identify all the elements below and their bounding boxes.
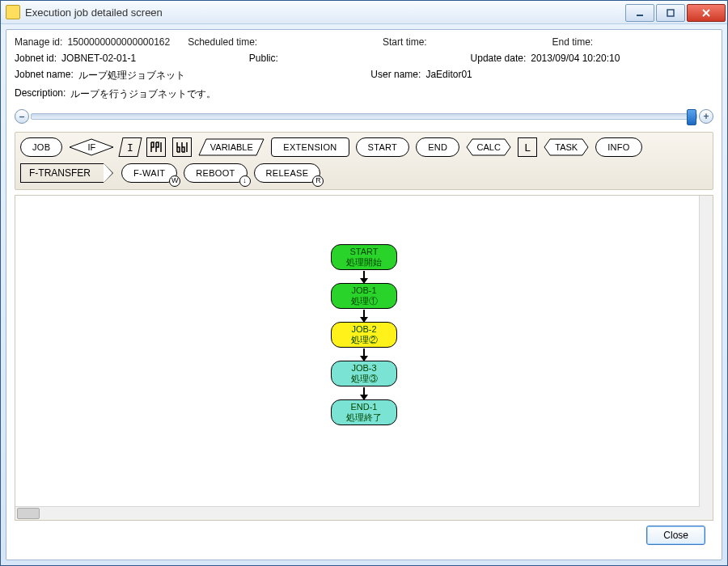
tool-calc[interactable]: CALC [466, 138, 511, 156]
zoom-slider[interactable]: – + [15, 109, 713, 124]
tool-i-icon[interactable]: I [119, 137, 142, 157]
node-job-3[interactable]: JOB-3処理③ [331, 361, 397, 386]
meta-row-2: Jobnet id: JOBNET-02-01-1 Public: Update… [15, 53, 713, 64]
close-button[interactable]: Close [646, 526, 705, 545]
value-scheduled-time [262, 36, 378, 48]
meta-row-4: Description: ループを行うジョブネットです。 [15, 87, 713, 101]
label-jobnet-name: Jobnet name: [15, 69, 74, 82]
tool-variable-label: VARIABLE [210, 142, 253, 152]
window: Execution job detailed screen Manage id:… [0, 0, 728, 566]
release-badge-icon: R [312, 175, 324, 187]
tool-if[interactable]: IF [69, 138, 114, 156]
tool-extension[interactable]: EXTENSION [271, 137, 349, 157]
tool-m1-icon[interactable] [146, 137, 166, 157]
tool-ftransfer[interactable]: F-TRANSFER [20, 163, 104, 183]
tool-calc-label: CALC [477, 142, 501, 152]
tool-ftransfer-label: F-TRANSFER [29, 167, 91, 179]
node-start[interactable]: START処理開始 [331, 244, 397, 270]
value-update-date: 2013/09/04 10:20:10 [531, 53, 713, 64]
flow-canvas[interactable]: START処理開始 JOB-1処理① JOB-2処理② JOB-3処理③ END… [15, 196, 713, 520]
flow-arrow-icon [363, 348, 365, 360]
value-jobnet-name: ループ処理ジョブネット [78, 69, 366, 82]
tool-fwait-label: F-WAIT [133, 168, 165, 178]
reboot-badge-icon: ↓ [239, 175, 251, 187]
hscroll-thumb[interactable] [17, 508, 40, 519]
label-end-time: End time: [552, 36, 594, 48]
flow-arrow-icon [363, 387, 365, 399]
window-controls [624, 4, 726, 20]
value-end-time [598, 36, 713, 48]
slider-thumb[interactable] [687, 109, 696, 125]
node-end-1[interactable]: END-1処理終了 [331, 399, 397, 425]
tool-info[interactable]: INFO [595, 137, 641, 157]
value-manage-id: 1500000000000000162 [67, 36, 183, 48]
value-public [283, 53, 466, 64]
tool-reboot-label: REBOOT [196, 168, 235, 178]
titlebar[interactable]: Execution job detailed screen [1, 1, 727, 24]
tool-if-label: IF [87, 142, 95, 152]
flow-arrow-icon [363, 271, 365, 282]
zoom-out-button[interactable]: – [15, 109, 29, 124]
tool-variable[interactable]: VARIABLE [198, 138, 265, 156]
minus-icon: – [19, 111, 25, 122]
label-start-time: Start time: [383, 36, 427, 48]
label-manage-id: Manage id: [15, 36, 62, 48]
flow-arrow-icon [363, 310, 365, 321]
horizontal-scrollbar[interactable] [15, 506, 700, 520]
tool-fwait[interactable]: F-WAIT W [121, 163, 177, 183]
app-icon [6, 5, 20, 19]
tool-end[interactable]: END [416, 137, 459, 157]
node-palette: JOB IF I VARIABLE EXTENSION START END CA… [15, 132, 713, 190]
meta-row-3: Jobnet name: ループ処理ジョブネット User name: JaEd… [15, 69, 713, 82]
tool-task-label: TASK [555, 142, 578, 152]
label-update-date: Update date: [471, 53, 527, 64]
tool-release[interactable]: RELEASE R [254, 163, 321, 183]
tool-release-label: RELEASE [266, 168, 309, 178]
tool-job[interactable]: JOB [20, 137, 62, 157]
value-start-time [432, 36, 548, 48]
tool-reboot[interactable]: REBOOT ↓ [184, 163, 247, 183]
tool-l-icon[interactable]: L [518, 137, 537, 157]
label-scheduled-time: Scheduled time: [188, 36, 257, 48]
tool-task[interactable]: TASK [544, 138, 589, 156]
slider-track[interactable] [31, 113, 697, 120]
tool-m2-icon[interactable] [172, 137, 192, 157]
plus-icon: + [703, 111, 709, 122]
label-user-name: User name: [370, 69, 421, 82]
meta-row-1: Manage id: 1500000000000000162 Scheduled… [15, 36, 713, 48]
flow-canvas-wrap: START処理開始 JOB-1処理① JOB-2処理② JOB-3処理③ END… [15, 195, 713, 521]
value-user-name: JaEditor01 [425, 69, 713, 82]
window-title: Execution job detailed screen [25, 6, 624, 19]
footer: Close [15, 521, 713, 545]
svg-rect-1 [667, 10, 674, 16]
node-job-1[interactable]: JOB-1処理① [331, 283, 397, 309]
flow-column: START処理開始 JOB-1処理① JOB-2処理② JOB-3処理③ END… [331, 244, 397, 425]
fwait-badge-icon: W [169, 175, 180, 187]
minimize-button[interactable] [625, 4, 654, 22]
label-public: Public: [249, 53, 278, 64]
value-description: ループを行うジョブネットです。 [70, 87, 387, 101]
label-jobnet-id: Jobnet id: [15, 53, 57, 64]
window-close-button[interactable] [687, 4, 726, 22]
node-job-2[interactable]: JOB-2処理② [331, 322, 397, 348]
maximize-button[interactable] [656, 4, 685, 22]
main-panel: Manage id: 1500000000000000162 Scheduled… [6, 29, 722, 560]
value-jobnet-id: JOBNET-02-01-1 [61, 53, 244, 64]
scroll-corner [700, 507, 713, 520]
label-description: Description: [15, 87, 66, 101]
tool-start[interactable]: START [356, 137, 410, 157]
zoom-in-button[interactable]: + [699, 109, 713, 124]
vertical-scrollbar[interactable] [699, 196, 713, 507]
